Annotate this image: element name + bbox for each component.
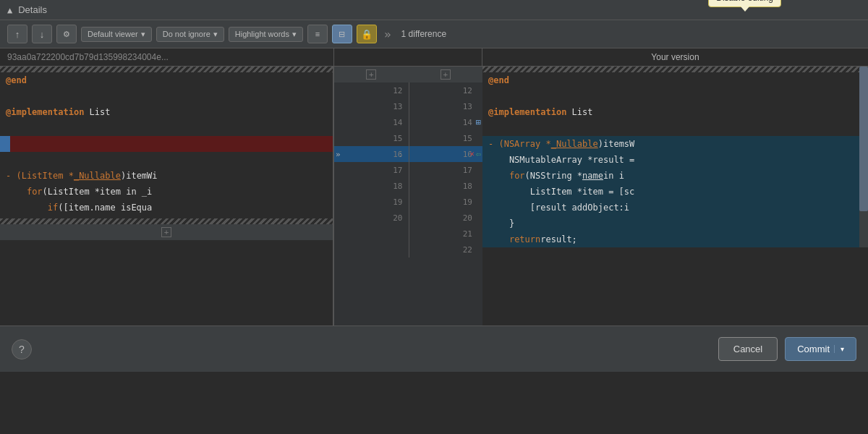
linenum-row-14: 14 14 ⊞: [334, 114, 482, 130]
tooltip: Disable editing: [708, 0, 781, 7]
linenum-left-19: 19: [339, 197, 409, 207]
left-panel: @end @implementation List - (ListItem *_…: [0, 67, 334, 326]
linenum-separator-dots: :: [399, 150, 404, 159]
linenum-row-21: 21: [334, 226, 482, 242]
linenum-row-18: 18 18: [334, 178, 482, 194]
linenum-row-15: 15 15: [334, 130, 482, 146]
right-line-18: for (NSString *name in i: [482, 168, 868, 184]
left-line-19: for (ListItem *item in _i: [0, 184, 333, 200]
left-line-15: [0, 120, 333, 136]
lock-button[interactable]: 🔒: [357, 25, 377, 43]
linenum-right-18: 18: [409, 182, 479, 191]
linenum-row-22: 22: [334, 242, 482, 258]
left-zigzag-bottom: [0, 218, 333, 224]
diff-separator: »: [384, 27, 391, 41]
code-token: _Nullable: [74, 171, 121, 181]
ignore-dropdown[interactable]: Do not ignore ▾: [156, 27, 224, 42]
left-zigzag-top: [0, 67, 333, 72]
revert-line-icon[interactable]: ⇦: [476, 149, 481, 159]
right-line-22: return result;: [482, 231, 868, 247]
right-line-13: [482, 88, 868, 104]
code-token: }: [488, 218, 514, 229]
button-group: Cancel Commit ▾: [718, 337, 856, 361]
left-line-13: [0, 88, 333, 104]
cancel-button[interactable]: Cancel: [718, 337, 778, 361]
side-by-side-button[interactable]: ⊟: [332, 25, 352, 43]
linenum-left-15: 15: [339, 134, 409, 143]
right-line-17: NSMutableArray *result =: [482, 152, 868, 168]
code-token: for: [509, 171, 525, 181]
lines-view-button[interactable]: ≡: [307, 25, 328, 43]
linenum-divider: [409, 242, 409, 258]
add-center-left-icon[interactable]: +: [366, 69, 376, 80]
ignore-dropdown-arrow: ▾: [213, 30, 218, 39]
right-line-16: - (NSArray *_Nullable)itemsW: [482, 136, 868, 152]
code-token: [6, 203, 48, 213]
commit-label: Commit: [797, 344, 830, 354]
code-token: - (ListItem *: [6, 171, 74, 181]
left-panel-inner: @end @implementation List - (ListItem *_…: [0, 72, 333, 216]
linenum-left-17: 17: [339, 166, 409, 175]
linenum-row-19: 19 19: [334, 194, 482, 210]
linenum-left-20: 20: [339, 213, 409, 223]
delete-line-icon[interactable]: ✕: [469, 149, 475, 159]
add-center-right-icon[interactable]: +: [441, 69, 451, 80]
code-token: return: [509, 234, 540, 244]
code-token: @implementation: [488, 107, 566, 117]
code-token: in i: [603, 171, 624, 181]
code-token: [result addObject:i: [488, 203, 629, 213]
viewer-dropdown-arrow: ▾: [141, 30, 145, 39]
linenum-row-12: 12 12: [334, 82, 482, 98]
linenum-right-22: 22: [409, 245, 479, 255]
center-panel: + + 12 12 13 13 14 14 ⊞ 15 15: [334, 67, 482, 326]
prev-diff-button[interactable]: ↑: [7, 25, 27, 43]
linenum-left-14: 14: [339, 118, 409, 127]
right-line-19: ListItem *item = [sc: [482, 184, 868, 200]
right-column-header: Your version: [482, 48, 868, 66]
linenum-divider: [409, 114, 409, 130]
linenum-right-20: 20: [409, 213, 479, 223]
viewer-dropdown[interactable]: Default viewer ▾: [81, 27, 152, 42]
highlight-label: Highlight words: [235, 30, 289, 38]
right-scrollbar[interactable]: [859, 67, 868, 247]
left-line-17: [0, 152, 333, 168]
linenum-right-15: 15: [409, 134, 479, 143]
code-token: (NSString *: [525, 171, 582, 181]
linenum-divider: [409, 146, 409, 162]
linenum-right-17: 17: [409, 166, 479, 175]
code-token: List: [566, 107, 592, 117]
help-button[interactable]: ?: [12, 339, 32, 359]
right-panel: @end @implementation List - (NSArray *_N…: [482, 67, 868, 326]
left-column-header: 93aa0a722200cd7b79d135998234004e...: [0, 48, 334, 66]
code-token: - (NSArray *: [488, 139, 551, 149]
linenum-right-13: 13: [409, 102, 479, 111]
commit-button[interactable]: Commit ▾: [785, 337, 856, 361]
left-bottom-bar: +: [0, 224, 333, 240]
left-line-12: @end: [0, 72, 333, 88]
linenum-right-21: 21: [409, 229, 479, 239]
chevrons-icon: »: [336, 150, 341, 159]
highlight-dropdown[interactable]: Highlight words ▾: [229, 27, 303, 42]
linenum-divider: [409, 210, 409, 226]
linenum-row-20: 20 20: [334, 210, 482, 226]
add-left-icon[interactable]: +: [161, 227, 171, 237]
toolbar: Disable editing ↑ ↓ ⚙ Default viewer ▾ D…: [0, 20, 868, 48]
viewer-label: Default viewer: [88, 30, 138, 38]
right-line-14: @implementation List: [482, 104, 868, 120]
right-zigzag-top: [482, 67, 868, 72]
right-line-20: [result addObject:i: [482, 200, 868, 216]
expand-icon[interactable]: ⊞: [476, 117, 481, 127]
linenum-left-18: 18: [339, 182, 409, 191]
column-headers: 93aa0a722200cd7b79d135998234004e... Your…: [0, 48, 868, 67]
linenum-right-16: 16: [409, 150, 479, 159]
linenum-right-14: 14: [409, 118, 479, 127]
edit-icon-button[interactable]: ⚙: [56, 25, 77, 43]
code-token: )itemWi: [121, 171, 158, 181]
next-diff-button[interactable]: ↓: [32, 25, 52, 43]
code-token: @implementation: [6, 107, 84, 117]
scrollbar-thumb[interactable]: [859, 67, 868, 211]
center-top-bar: + +: [334, 67, 482, 82]
blue-marker: [0, 136, 10, 152]
bottom-bar: ? Cancel Commit ▾: [0, 326, 868, 372]
commit-dropdown-arrow[interactable]: ▾: [834, 345, 844, 353]
